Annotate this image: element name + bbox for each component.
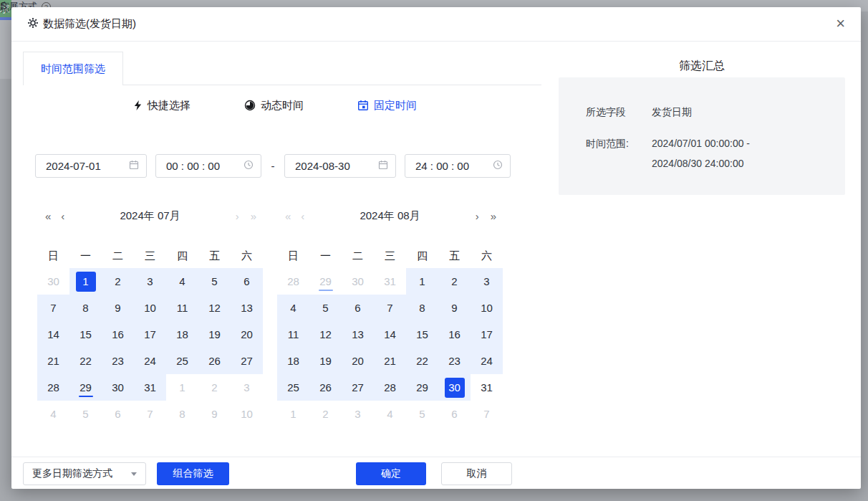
calendar-day[interactable]: 27 <box>231 348 263 374</box>
mode-dynamic-time[interactable]: 动态时间 <box>244 97 304 114</box>
calendar-day[interactable]: 16 <box>438 321 471 348</box>
calendar-day[interactable]: 30 <box>342 268 374 295</box>
mode-fixed-time[interactable]: 固定时间 <box>357 97 417 114</box>
calendar-day[interactable]: 23 <box>438 348 471 374</box>
calendar-day[interactable]: 8 <box>69 295 102 321</box>
calendar-day[interactable]: 19 <box>198 321 231 348</box>
calendar-day[interactable]: 15 <box>406 321 438 348</box>
calendar-day[interactable]: 26 <box>198 348 231 374</box>
calendar-day[interactable]: 16 <box>102 321 134 348</box>
calendar-day[interactable]: 11 <box>166 295 198 321</box>
calendar-day[interactable]: 2 <box>309 401 342 427</box>
calendar-day[interactable]: 9 <box>198 401 231 427</box>
calendar-day[interactable]: 30 <box>102 374 134 401</box>
calendar-day[interactable]: 20 <box>231 321 263 348</box>
calendar-day[interactable]: 6 <box>231 268 263 295</box>
calendar-day[interactable]: 19 <box>309 348 342 374</box>
calendar-day[interactable]: 3 <box>342 401 374 427</box>
calendar-day[interactable]: 13 <box>342 321 374 348</box>
calendar-day[interactable]: 1 <box>69 268 102 295</box>
calendar-day[interactable]: 4 <box>166 268 198 295</box>
cancel-button[interactable]: 取消 <box>441 462 512 485</box>
calendar-day[interactable]: 1 <box>277 401 309 427</box>
calendar-day[interactable]: 15 <box>69 321 102 348</box>
calendar-day[interactable]: 6 <box>342 295 374 321</box>
calendar-day[interactable]: 26 <box>309 374 342 401</box>
calendar-day[interactable]: 6 <box>438 401 471 427</box>
calendar-day[interactable]: 20 <box>342 348 374 374</box>
calendar-day[interactable]: 7 <box>374 295 406 321</box>
calendar-day[interactable]: 21 <box>374 348 406 374</box>
calendar-day[interactable]: 10 <box>231 401 263 427</box>
start-date-input[interactable]: 2024-07-01 <box>35 154 147 178</box>
prev-month-button[interactable]: ‹ <box>59 210 67 222</box>
mode-quick-select[interactable]: 快捷选择 <box>133 97 191 114</box>
calendar-day[interactable]: 12 <box>198 295 231 321</box>
calendar-day[interactable]: 24 <box>134 348 166 374</box>
next-year-button[interactable]: » <box>488 210 497 222</box>
calendar-day[interactable]: 14 <box>37 321 69 348</box>
calendar-day[interactable]: 5 <box>309 295 342 321</box>
calendar-day[interactable]: 1 <box>166 374 198 401</box>
calendar-day[interactable]: 4 <box>37 401 69 427</box>
calendar-day[interactable]: 4 <box>277 295 309 321</box>
calendar-day[interactable]: 5 <box>198 268 231 295</box>
calendar-day[interactable]: 3 <box>231 374 263 401</box>
calendar-day[interactable]: 2 <box>198 374 231 401</box>
calendar-day[interactable]: 5 <box>406 401 438 427</box>
calendar-day[interactable]: 12 <box>309 321 342 348</box>
calendar-day[interactable]: 30 <box>37 268 69 295</box>
calendar-day[interactable]: 29 <box>69 374 102 401</box>
calendar-day[interactable]: 7 <box>37 295 69 321</box>
end-time-input[interactable]: 24 : 00 : 00 <box>405 154 511 178</box>
calendar-day[interactable]: 18 <box>166 321 198 348</box>
calendar-day[interactable]: 30 <box>438 374 471 401</box>
calendar-day[interactable]: 4 <box>374 401 406 427</box>
close-icon[interactable]: × <box>836 15 845 32</box>
calendar-day[interactable]: 27 <box>342 374 374 401</box>
end-date-input[interactable]: 2024-08-30 <box>284 154 396 178</box>
calendar-day[interactable]: 11 <box>277 321 309 348</box>
calendar-day[interactable]: 10 <box>471 295 503 321</box>
calendar-day[interactable]: 14 <box>374 321 406 348</box>
calendar-day[interactable]: 25 <box>277 374 309 401</box>
confirm-button[interactable]: 确定 <box>356 462 426 485</box>
calendar-day[interactable]: 13 <box>231 295 263 321</box>
calendar-day[interactable]: 22 <box>69 348 102 374</box>
calendar-day[interactable]: 28 <box>277 268 309 295</box>
calendar-day[interactable]: 18 <box>277 348 309 374</box>
calendar-day[interactable]: 2 <box>102 268 134 295</box>
calendar-day[interactable]: 17 <box>134 321 166 348</box>
calendar-day[interactable]: 29 <box>406 374 438 401</box>
calendar-day[interactable]: 9 <box>102 295 134 321</box>
prev-year-button[interactable]: « <box>43 210 52 222</box>
calendar-day[interactable]: 2 <box>438 268 471 295</box>
calendar-day[interactable]: 7 <box>134 401 166 427</box>
next-month-button[interactable]: › <box>473 210 481 222</box>
calendar-day[interactable]: 28 <box>37 374 69 401</box>
calendar-day[interactable]: 29 <box>309 268 342 295</box>
calendar-day[interactable]: 9 <box>438 295 471 321</box>
calendar-day[interactable]: 23 <box>102 348 134 374</box>
calendar-day[interactable]: 25 <box>166 348 198 374</box>
calendar-day[interactable]: 1 <box>406 268 438 295</box>
calendar-day[interactable]: 3 <box>471 268 503 295</box>
calendar-day[interactable]: 31 <box>374 268 406 295</box>
more-date-filter-dropdown[interactable]: 更多日期筛选方式 <box>23 462 146 485</box>
calendar-day[interactable]: 22 <box>406 348 438 374</box>
calendar-day[interactable]: 7 <box>471 401 503 427</box>
calendar-day[interactable]: 21 <box>37 348 69 374</box>
calendar-day[interactable]: 10 <box>134 295 166 321</box>
calendar-day[interactable]: 8 <box>166 401 198 427</box>
calendar-day[interactable]: 31 <box>134 374 166 401</box>
tab-time-range-filter[interactable]: 时间范围筛选 <box>23 52 123 85</box>
calendar-day[interactable]: 17 <box>471 321 503 348</box>
combine-filter-button[interactable]: 组合筛选 <box>157 462 229 485</box>
start-time-input[interactable]: 00 : 00 : 00 <box>155 154 261 178</box>
calendar-day[interactable]: 31 <box>471 374 503 401</box>
calendar-day[interactable]: 24 <box>471 348 503 374</box>
calendar-day[interactable]: 6 <box>102 401 134 427</box>
calendar-day[interactable]: 3 <box>134 268 166 295</box>
calendar-day[interactable]: 5 <box>69 401 102 427</box>
calendar-day[interactable]: 8 <box>406 295 438 321</box>
